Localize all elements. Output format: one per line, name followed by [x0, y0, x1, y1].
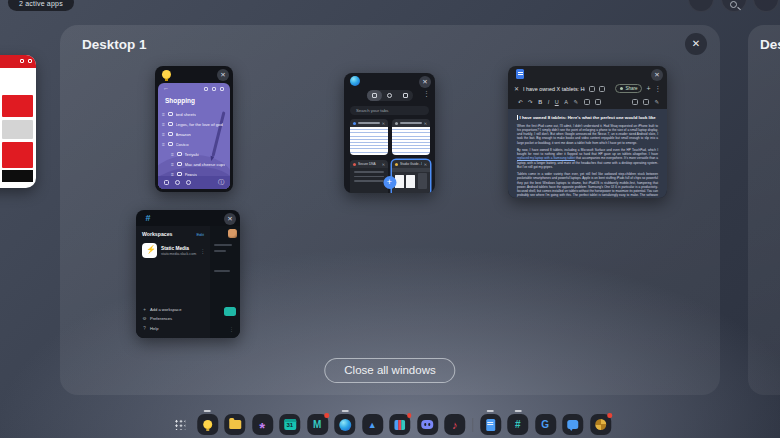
browser-tab-thumbnail-1[interactable]: ✕: [350, 119, 388, 155]
align-icon[interactable]: [595, 99, 601, 105]
dock-docs-icon[interactable]: [480, 414, 501, 435]
dock-keep-icon[interactable]: [197, 414, 218, 435]
browser-tab-thumbnail-4-selected[interactable]: Studio Guide - Uproar ✕: [392, 160, 430, 193]
browser-tab-thumbnail-3[interactable]: Secure DNA ✕: [350, 160, 388, 193]
tab-close-icon[interactable]: ✕: [424, 121, 427, 126]
keep-close-button[interactable]: ✕: [217, 69, 229, 81]
more-options-icon[interactable]: ⓘ: [218, 178, 224, 187]
dock-drive-icon[interactable]: ▲: [362, 414, 383, 435]
undo-icon[interactable]: ↶: [518, 99, 523, 105]
suggest-icon[interactable]: [643, 99, 649, 105]
docs-window[interactable]: ✕ ✕ I have owned X tablets: Here's what …: [508, 66, 667, 198]
checkbox[interactable]: [168, 112, 173, 117]
back-icon[interactable]: ←: [163, 85, 169, 91]
add-workspace-item[interactable]: + Add a workspace: [142, 305, 206, 315]
checkbox[interactable]: [168, 142, 173, 147]
dock-asterisk-app-icon[interactable]: *: [252, 414, 273, 435]
docs-more-icon[interactable]: ⋮: [655, 85, 662, 93]
italic-icon[interactable]: I: [548, 99, 550, 105]
teal-action-button[interactable]: [224, 307, 236, 316]
note-title[interactable]: Shopping: [165, 97, 195, 104]
new-tab-button[interactable]: +: [383, 176, 396, 189]
desktop-close-button[interactable]: ✕: [685, 33, 707, 55]
edit-button[interactable]: Edit: [196, 232, 204, 237]
archive-icon[interactable]: [220, 87, 224, 91]
share-icon[interactable]: [20, 59, 24, 63]
active-apps-pill[interactable]: 2 active apps: [8, 0, 74, 11]
slack-close-button[interactable]: ✕: [224, 213, 236, 225]
app-drawer-button[interactable]: [169, 414, 190, 435]
tab-search-bar[interactable]: Search your tabs: [350, 106, 429, 115]
underline-icon[interactable]: U: [555, 99, 559, 105]
edge-app-icon: [350, 76, 360, 86]
dock-files-icon[interactable]: [224, 414, 245, 435]
document-page[interactable]: I have owned 8 tablets: Here's what the …: [508, 109, 667, 198]
highlight-icon[interactable]: ✎: [573, 99, 578, 105]
edge-window[interactable]: ✕ ⋮ Search your tabs ✕: [344, 73, 435, 193]
avatar[interactable]: [228, 229, 237, 238]
edit-mode-icon[interactable]: ✎: [654, 99, 659, 105]
docs-app-icon: [516, 69, 524, 79]
docs-toolbar: ↶ ↷ B I U A ✎ ✎: [518, 96, 659, 107]
dock-music-icon[interactable]: ♪: [444, 414, 465, 435]
dock-wallet-icon[interactable]: [389, 414, 410, 435]
dock-edge-icon[interactable]: [334, 414, 355, 435]
corner-button-2[interactable]: [753, 0, 779, 12]
search-button[interactable]: [721, 0, 747, 12]
help-item[interactable]: ? Help: [142, 324, 206, 334]
close-all-windows-button[interactable]: Close all windows: [324, 358, 455, 383]
checklist-item[interactable]: ≡ Amazon: [162, 129, 226, 139]
text-color-icon[interactable]: A: [564, 99, 568, 105]
preferences-item[interactable]: ⚙ Preferences: [142, 314, 206, 324]
tab-close-icon[interactable]: ✕: [424, 162, 427, 167]
corner-button-1[interactable]: [688, 0, 714, 12]
checklist-item[interactable]: ≡ bed sheets: [162, 109, 226, 119]
browser-tab-thumbnail-2[interactable]: ✕: [392, 119, 430, 155]
checkbox[interactable]: [177, 162, 182, 167]
keep-window[interactable]: ✕ ← Shopping ≡ bed sheets ≡: [155, 66, 233, 192]
comments-icon[interactable]: [599, 86, 605, 92]
dock-gmail-icon[interactable]: M: [307, 414, 328, 435]
dock-google-icon[interactable]: G: [535, 414, 556, 435]
redo-icon[interactable]: ↷: [528, 99, 533, 105]
comment-add-icon[interactable]: [632, 99, 638, 105]
groups-mode-button[interactable]: [398, 90, 413, 101]
redo-icon[interactable]: [589, 86, 595, 92]
dock-calendar-icon[interactable]: 31: [279, 414, 300, 435]
checkbox[interactable]: [168, 122, 173, 127]
docs-close-button[interactable]: ✕: [651, 69, 663, 81]
doc-close-icon[interactable]: ✕: [514, 85, 519, 92]
reminder-icon[interactable]: [212, 87, 216, 91]
share-button[interactable]: Share: [615, 84, 642, 93]
bold-icon[interactable]: B: [538, 99, 542, 105]
pin-icon[interactable]: [204, 87, 208, 91]
workspace-item[interactable]: ⚡ Static Media staticmedia.slack.com ⋮: [142, 243, 204, 258]
workspace-more-icon[interactable]: ⋮: [200, 248, 205, 254]
dock-slack-icon[interactable]: #: [507, 414, 528, 435]
partial-window-left[interactable]: [0, 55, 36, 188]
checklist-subitem[interactable]: ≡ Mac and cheese cups: [162, 159, 226, 169]
slack-window[interactable]: # ✕ Workspaces Edit ⚡ Static Media stati…: [136, 210, 240, 338]
dock-chat-icon[interactable]: [562, 414, 583, 435]
edge-more-icon[interactable]: ⋮: [423, 90, 430, 98]
checklist-item[interactable]: ≡ Costco: [162, 139, 226, 149]
insert-icon[interactable]: [584, 99, 590, 105]
tab-close-icon[interactable]: ✕: [382, 162, 385, 167]
add-box-icon[interactable]: [164, 180, 169, 185]
checkbox[interactable]: [177, 152, 182, 157]
background-icon[interactable]: [186, 180, 191, 185]
edge-close-button[interactable]: ✕: [419, 76, 431, 88]
desktop-2-panel[interactable]: Des: [748, 25, 780, 395]
checklist-subitem[interactable]: ≡ Teriyaki: [162, 149, 226, 159]
tabs-mode-button[interactable]: [367, 90, 382, 101]
more-icon[interactable]: ⋮: [229, 326, 234, 332]
incognito-mode-button[interactable]: [382, 90, 397, 101]
dock-discord-icon[interactable]: [417, 414, 438, 435]
checklist-item[interactable]: ≡ Legos, for the love of god: [162, 119, 226, 129]
menu-icon[interactable]: [28, 59, 32, 63]
add-icon[interactable]: +: [646, 85, 650, 92]
dock-photos-icon[interactable]: [590, 414, 611, 435]
palette-icon[interactable]: [175, 180, 180, 185]
checkbox[interactable]: [168, 132, 173, 137]
tab-close-icon[interactable]: ✕: [382, 121, 385, 126]
